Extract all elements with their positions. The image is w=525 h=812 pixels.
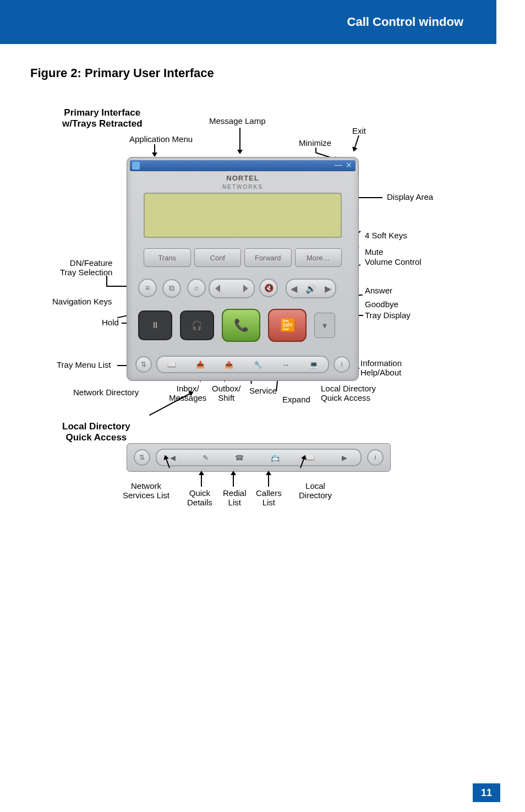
label-four-soft: 4 Soft Keys (365, 231, 407, 241)
display-area (144, 193, 342, 238)
callers-list-icon[interactable]: 📇 (271, 454, 280, 462)
label-display-area: Display Area (387, 193, 433, 202)
primary-subtitle-2: w/Trays Retracted (62, 118, 143, 129)
label-local-dir: Local Directory Quick Access (321, 384, 376, 402)
arrow-app-menu (154, 144, 155, 155)
record-icon[interactable]: ○ (187, 279, 206, 297)
local-directory-icon[interactable]: 💻 (309, 361, 318, 369)
goodbye-button[interactable]: 📴 (268, 309, 307, 342)
hold-button[interactable]: ⏸ (138, 310, 172, 340)
label-message-lamp: Message Lamp (209, 117, 266, 126)
label-outbox: Outbox/ Shift (212, 384, 241, 402)
network-directory-icon[interactable]: 📖 (167, 361, 176, 369)
phone-window: — ✕ NORTEL NETWORKS Trans Conf Forward M… (127, 157, 359, 381)
label-info-help: Information Help/About (360, 359, 402, 377)
app-menu-icon[interactable] (132, 162, 140, 170)
expand-icon[interactable]: ↔ (282, 361, 289, 369)
page-header: Call Control window (117, 0, 496, 44)
quick-details-icon[interactable]: ✎ (203, 454, 209, 462)
navigation-keys[interactable] (209, 279, 255, 298)
brand-line2: NETWORKS (222, 184, 263, 190)
ldqa-subtitle: Local Directory Quick Access (62, 421, 130, 443)
info-button[interactable]: i (333, 356, 350, 373)
exit-button[interactable]: ✕ (345, 162, 353, 170)
label-volume: Volume Control (365, 258, 422, 267)
label-app-menu: Application Menu (129, 135, 193, 144)
mute-icon[interactable]: 🔇 (259, 279, 278, 297)
softkey-trans[interactable]: Trans (144, 248, 191, 267)
label-local-dir2: Local Directory (299, 482, 332, 500)
arrow-quick-det (201, 472, 202, 487)
volume-control[interactable]: ◀🔊▶ (286, 279, 336, 298)
header-title: Call Control window (347, 15, 463, 29)
primary-subtitle-1: Primary Interface (62, 107, 143, 118)
tray-strip: 📖 📥 📤 🔧 ↔ 💻 (156, 356, 329, 373)
tray-menu-button[interactable]: ⇅ (135, 356, 152, 373)
figure-caption: Figure 2: Primary User Interface (30, 66, 214, 80)
figure-diagram: Primary Interface w/Trays Retracted Mess… (30, 94, 493, 534)
ldqa-info-button[interactable]: i (367, 449, 384, 466)
label-net-services: Network Services List (123, 482, 169, 500)
arrow-redial (233, 472, 234, 487)
call-row: ⏸ 🎧 📞 📴 ▾ (138, 309, 347, 342)
label-tray-menu: Tray Menu List (57, 361, 111, 370)
soft-keys-row: Trans Conf Forward More… (144, 248, 342, 267)
label-dn-feature: DN/Feature Tray Selection (60, 259, 112, 277)
label-inbox: Inbox/ Messages (169, 384, 206, 402)
arrow-callers (268, 472, 269, 487)
arrow-exit (353, 135, 359, 150)
label-callers: Callers List (256, 489, 282, 507)
label-mute: Mute (365, 248, 383, 257)
label-exit: Exit (352, 127, 366, 136)
ldqa-subtitle-1: Local Directory (62, 421, 130, 432)
label-quick-details: Quick Details (187, 489, 212, 507)
headset-button[interactable]: 🎧 (180, 310, 214, 340)
brand-text: NORTEL NETWORKS (127, 174, 358, 190)
copy-icon[interactable]: ⧉ (162, 279, 181, 298)
softkey-conf[interactable]: Conf (194, 248, 242, 267)
label-nav-keys: Navigation Keys (52, 297, 112, 307)
sidebar-stripe (0, 0, 117, 44)
label-expand: Expand (282, 395, 310, 405)
label-hold: Hold (102, 318, 119, 328)
arrow-message-lamp (239, 128, 240, 152)
ldqa-subtitle-2: Quick Access (62, 432, 130, 443)
redial-list-icon[interactable]: ☎ (235, 454, 244, 462)
inbox-icon[interactable]: 📥 (196, 361, 205, 369)
line-dn-v (106, 276, 107, 286)
page-number: 11 (473, 783, 500, 802)
ldqa-left-arrow-icon[interactable]: ◀ (170, 454, 176, 462)
tray-display-button[interactable]: ▾ (314, 313, 335, 338)
toolbar-row: ≡ ⧉ ○ 🔇 ◀🔊▶ (138, 279, 347, 298)
ldqa-right-arrow-icon[interactable]: ▶ (342, 454, 347, 462)
ldqa-tray-strip: ◀ ✎ ☎ 📇 📖 ▶ (156, 449, 362, 466)
label-goodbye: Goodbye (365, 300, 398, 309)
label-service: Service (249, 386, 277, 396)
answer-button[interactable]: 📞 (222, 309, 260, 342)
label-redial: Redial List (223, 489, 247, 507)
titlebar: — ✕ (130, 160, 356, 171)
brand-line1: NORTEL (226, 174, 259, 182)
minimize-button[interactable]: — (335, 162, 342, 170)
outbox-icon[interactable]: 📤 (225, 361, 233, 369)
label-minimize: Minimize (299, 139, 331, 148)
softkey-forward[interactable]: Forward (244, 248, 292, 267)
line-minimize (315, 148, 316, 152)
softkey-more[interactable]: More… (295, 248, 342, 267)
label-tray-display: Tray Display (365, 311, 411, 320)
service-icon[interactable]: 🔧 (254, 361, 262, 369)
label-net-dir: Network Directory (73, 388, 139, 397)
primary-subtitle: Primary Interface w/Trays Retracted (62, 107, 143, 129)
label-answer: Answer (365, 286, 392, 296)
ldqa-tray-menu-button[interactable]: ⇅ (134, 449, 150, 466)
tray-row: ⇅ 📖 📥 📤 🔧 ↔ 💻 i (135, 355, 350, 374)
dn-list-icon[interactable]: ≡ (138, 279, 157, 297)
